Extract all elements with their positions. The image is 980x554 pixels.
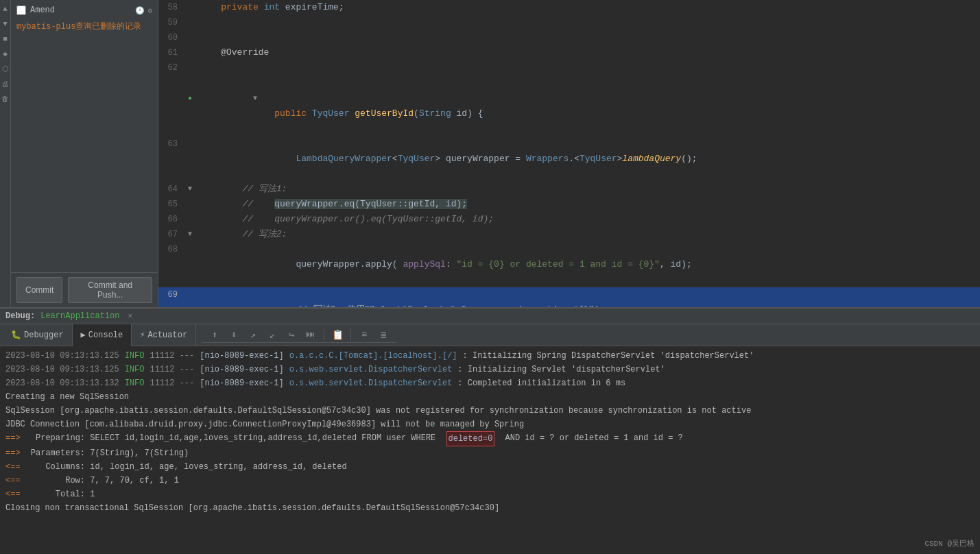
tool-sep-1 (324, 328, 324, 341)
log-line-11: <== Total: 1 (5, 487, 975, 501)
log-class-3: o.s.web.servlet.DispatcherServlet (289, 376, 453, 390)
line-num-59: 59 (158, 15, 183, 30)
gutter-63 (183, 136, 197, 182)
settings-icon[interactable]: ⚙ (147, 6, 152, 15)
tool-icon-6[interactable]: ⏭ (303, 329, 318, 340)
fold-icon-69[interactable]: ▼ (188, 302, 192, 307)
code-area: ▲ ▼ ■ ◆ ⬡ 🖨 🗑 Amend 🕐 ⚙ mybatis-plus查询已删… (0, 0, 980, 307)
code-line-66: 66 // queryWrapper.or().eq(TyqUser::getI… (158, 212, 980, 227)
left-panel-content: Amend 🕐 ⚙ mybatis-plus查询已删除的记录 (11, 0, 158, 272)
gutter-59 (183, 15, 197, 30)
code-line-65: 65 // queryWrapper.eq(TyqUser::getId, id… (158, 197, 980, 212)
line-num-60: 60 (158, 30, 183, 45)
fold-icon-67[interactable]: ▼ (188, 227, 192, 242)
fold-icon-62[interactable]: ▼ (253, 95, 257, 102)
gutter-69: ▼ (183, 287, 197, 307)
log-line-10: <== Row: 7, 7, 70, cf, 1, 1 (5, 474, 975, 487)
log-arrow-9: <== (5, 460, 21, 474)
commit-message: mybatis-plus查询已删除的记录 (16, 21, 152, 32)
log-thread-name-1: [nio-8089-exec-1] (200, 349, 283, 363)
tool-icon-2[interactable]: ⬇ (226, 329, 241, 341)
code-line-64: 64 ▼ // 写法1: (158, 182, 980, 197)
debugger-icon: 🐛 (11, 330, 21, 340)
side-icon-3[interactable]: ■ (1, 33, 10, 45)
console-icon: ▶ (81, 330, 86, 340)
log-tid-1: 11112 --- (150, 349, 194, 363)
debug-label: Debug: (5, 311, 35, 321)
code-line-59: 59 (158, 15, 980, 30)
tool-icon-5[interactable]: ↪ (284, 329, 299, 341)
log-arrow-10: <== (5, 474, 21, 487)
debug-area: Debug: LearnApplication × 🐛 Debugger ▶ C… (0, 307, 980, 554)
log-line-1: 2023-08-10 09:13:13.125 INFO 11112 --- [… (5, 349, 975, 363)
tool-icon-9[interactable]: ≣ (376, 329, 391, 341)
line-num-61: 61 (158, 45, 183, 60)
gutter-62: ● (183, 60, 197, 136)
log-msg-4: Creating a new SqlSession (5, 390, 129, 404)
log-thread-name-2: [nio-8089-exec-1] (200, 363, 283, 376)
tool-icon-3[interactable]: ↗ (246, 329, 261, 341)
side-icon-5[interactable]: ⬡ (1, 63, 10, 75)
line-num-68: 68 (158, 242, 183, 287)
editor-area[interactable]: 58 private int expireTime; 59 60 61 (158, 0, 980, 307)
run-icon[interactable]: ● (188, 91, 192, 106)
tool-icon-1[interactable]: ⬆ (207, 329, 222, 341)
clock-icon[interactable]: 🕐 (135, 6, 145, 15)
side-icon-6[interactable]: 🖨 (1, 78, 10, 91)
gutter-65 (183, 197, 197, 212)
line-content-62: ▼ public TyqUser getUserById(String id) … (197, 60, 980, 136)
code-line-68: 68 queryWrapper.apply( applySql: "id = {… (158, 242, 980, 287)
tool-icon-8[interactable]: ≡ (357, 329, 372, 340)
log-ts-1: 2023-08-10 09:13:13.125 (5, 349, 119, 363)
actuator-tab-label: Actuator (148, 330, 188, 340)
log-line-8: ==> Parameters: 7(String), 7(String) (5, 446, 975, 460)
line-content-66: // queryWrapper.or().eq(TyqUser::getId, … (197, 212, 980, 227)
debug-close-button[interactable]: × (128, 312, 132, 320)
action-buttons: Commit Commit and Push... (11, 272, 158, 307)
side-icon-1[interactable]: ▲ (1, 3, 10, 15)
log-msg-5: SqlSession [org.apache.ibatis.session.de… (5, 404, 751, 418)
fold-icon-64[interactable]: ▼ (188, 182, 192, 197)
line-num-67: 67 (158, 227, 183, 242)
log-level-3: INFO (125, 376, 145, 390)
line-content-64: // 写法1: (197, 182, 980, 197)
line-num-66: 66 (158, 212, 183, 227)
tab-actuator[interactable]: ⚡ Actuator (132, 324, 196, 346)
gutter-68 (183, 242, 197, 287)
tab-debugger[interactable]: 🐛 Debugger (3, 324, 73, 346)
log-level-2: INFO (125, 363, 145, 376)
line-content-60 (197, 30, 980, 45)
console-output[interactable]: 2023-08-10 09:13:13.125 INFO 11112 --- [… (0, 346, 980, 554)
tab-console[interactable]: ▶ Console (73, 324, 132, 346)
tool-sep-2 (350, 328, 351, 341)
code-line-67: 67 ▼ // 写法2: (158, 227, 980, 242)
log-tid-3: 11112 --- (150, 376, 194, 390)
code-line-60: 60 (158, 30, 980, 45)
log-msg-12: Closing non transactional SqlSession [or… (5, 501, 499, 515)
gutter-67: ▼ (183, 227, 197, 242)
log-line-4: Creating a new SqlSession (5, 390, 975, 404)
commit-button[interactable]: Commit (16, 277, 62, 303)
left-side-icons: ▲ ▼ ■ ◆ ⬡ 🖨 🗑 (0, 0, 11, 307)
tool-icon-7[interactable]: 📋 (330, 329, 345, 341)
tool-icon-4[interactable]: ↙ (265, 329, 280, 341)
log-ts-3: 2023-08-10 09:13:13.132 (5, 376, 119, 390)
log-msg-7b: AND id = ? or deleted = 1 and id = ? (500, 431, 682, 446)
log-arrow-7: ==> (5, 431, 25, 446)
log-arrow-8: ==> (5, 446, 21, 460)
line-num-64: 64 (158, 182, 183, 197)
line-content-68: queryWrapper.apply( applySql: "id = {0} … (197, 242, 980, 287)
log-class-2: o.s.web.servlet.DispatcherServlet (289, 363, 453, 376)
side-icon-7[interactable]: 🗑 (1, 93, 10, 106)
amend-checkbox[interactable] (16, 5, 26, 15)
log-line-2: 2023-08-10 09:13:13.125 INFO 11112 --- [… (5, 363, 975, 376)
code-line-58: 58 private int expireTime; (158, 0, 980, 15)
amend-row: Amend 🕐 ⚙ (16, 3, 152, 18)
side-icon-4[interactable]: ◆ (1, 48, 10, 60)
commit-and-push-button[interactable]: Commit and Push... (68, 277, 152, 303)
line-content-61: @Override (197, 45, 980, 60)
log-msg-10: Row: 7, 7, 70, cf, 1, 1 (26, 474, 179, 487)
log-msg-7a: Preparing: SELECT id,login_id,age,loves_… (31, 431, 441, 446)
side-icon-2[interactable]: ▼ (1, 18, 10, 30)
gutter-64: ▼ (183, 182, 197, 197)
